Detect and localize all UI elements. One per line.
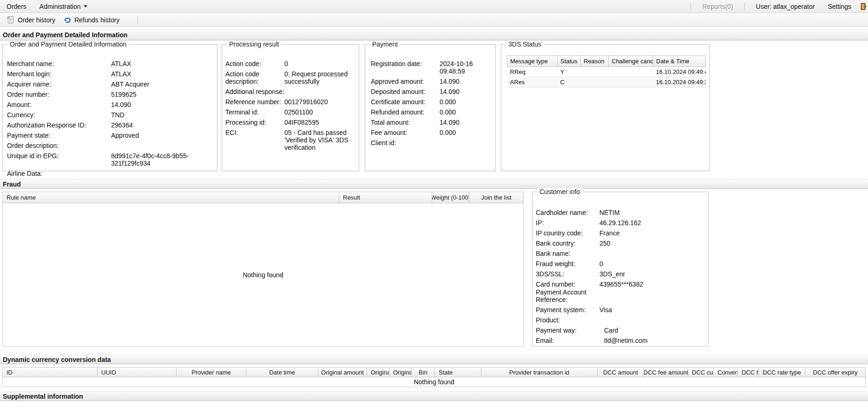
col-rule-name: Rule name [2, 192, 339, 203]
field-row: Client id: [371, 139, 493, 147]
col-conversion: Conversi [714, 367, 738, 377]
field-row: Fee amount:0.000 [371, 129, 493, 136]
order-history-button[interactable]: Order history [3, 14, 59, 26]
fraud-empty-body: Nothing found [2, 203, 524, 347]
fraud-empty-text: Nothing found [243, 271, 283, 279]
threeds-row[interactable]: ARes C 16.10.2024 09:49:30 [507, 77, 706, 87]
field-row: Acquirer name:ABT Acquirer [7, 80, 212, 88]
field-row: Refunded amount:0.000 [371, 108, 493, 116]
menu-orders[interactable]: Orders [0, 0, 33, 13]
field-row: Certificate amount:0.000 [371, 98, 493, 106]
field-row: ECI:05 - Card has passed 'Verified by VI… [225, 129, 355, 151]
threeds-table: Message type Status Reason Challenge can… [507, 55, 706, 87]
menu-administration-label: Administration [39, 3, 81, 10]
field-row: Terminal id:02501100 [225, 108, 355, 116]
field-row: Merchant login:ATLAX [7, 70, 212, 78]
field-row: Payment state:Approved [7, 132, 212, 139]
col-dcc-rate-type: DCC rate type [759, 367, 805, 377]
field-row: IP:46.29.126.162 [536, 219, 704, 227]
menu-bar: Orders Administration Reports(0) User: a… [0, 0, 868, 13]
col-date-time: Date & Time [653, 56, 706, 67]
logout-button[interactable] [858, 0, 868, 13]
field-row: Airline Data: [7, 170, 212, 177]
col-original-amount: Original amount [318, 367, 367, 377]
toolbar-separator [138, 16, 138, 24]
col-provider-transaction-id: Provider transaction id [481, 367, 598, 377]
col-provider-name: Provider name [177, 367, 246, 377]
col-reason: Reason [581, 56, 609, 67]
menu-settings[interactable]: Settings [821, 0, 858, 13]
col-result: Result [339, 192, 432, 203]
field-row: Order number:5199625 [7, 91, 212, 98]
col-challenge-cancel: Challenge cancel [609, 56, 653, 67]
dcc-empty-body: Nothing found [2, 377, 866, 387]
field-row: Fraud weight:0 [536, 260, 704, 268]
supplemental-section-band: Supplemental information [0, 391, 868, 401]
field-row: Processing id:04IF082595 [225, 119, 355, 126]
field-row: Registration date:2024-10-16 09:48:59 [371, 60, 493, 75]
menu-settings-label: Settings [828, 3, 851, 10]
field-row: Approved amount:14.090 [371, 78, 493, 85]
field-row: Action code description:0: Request proce… [225, 70, 355, 85]
field-row: Additional response: [225, 88, 355, 95]
col-date-time: Date time [246, 367, 318, 377]
customer-info-legend: Customer info [537, 188, 582, 195]
dcc-section-band: Dynamic currency conversion data [0, 354, 868, 364]
menu-reports[interactable]: Reports(0) [696, 0, 739, 13]
dcc-table-header: ID UUID Provider name Date time Original… [2, 367, 866, 377]
processing-result-fieldset: Processing result Action code:0 Action c… [222, 44, 359, 171]
current-user-label: User: atlax_operator [750, 0, 822, 13]
menu-separator [690, 3, 691, 10]
threeds-row[interactable]: RReq Y 16.10.2024 09:49:48 [507, 67, 706, 77]
field-row: Currency:TND [7, 111, 212, 119]
col-join-the-list: Join the list [469, 192, 524, 203]
field-row: Payment Account Reference: [536, 288, 704, 303]
field-row: Action code:0 [225, 60, 355, 67]
field-row: Payment system:Visa [536, 306, 704, 314]
col-dcc-amount: DCC amount [598, 367, 644, 377]
col-weight: Weight (0-100) [432, 192, 469, 203]
order-info-legend: Order and Payment Detailed Information [7, 40, 129, 48]
field-row: Card number:439655***6382 [536, 281, 704, 288]
fraud-section-title: Fraud [0, 181, 21, 188]
logout-door-icon [860, 3, 867, 10]
toolbar: Order history Refunds history [0, 13, 868, 27]
menu-administration[interactable]: Administration [33, 0, 94, 13]
threeds-status-legend: 3DS Status [506, 40, 544, 48]
refunds-history-button[interactable]: Refunds history [59, 14, 124, 26]
field-row: Merchant name:ATLAX [7, 60, 212, 67]
field-row: Product: [536, 316, 704, 324]
page-header-band: Order and Payment Detailed Information [0, 29, 868, 40]
col-id: ID [2, 367, 98, 377]
field-row: Reference number:001279916020 [225, 98, 355, 106]
customer-info-fieldset: Customer info Cardholder name:NETIM IP:4… [532, 192, 709, 347]
page-title: Order and Payment Detailed Information [0, 31, 127, 39]
supplemental-section-title: Supplemental information [0, 393, 83, 400]
fraud-section-band: Fraud [0, 179, 868, 189]
field-row: IP country code:France [536, 229, 704, 237]
field-row: Total amount:14.090 [371, 119, 493, 126]
order-history-label: Order history [18, 16, 55, 24]
col-uuid: UUID [98, 367, 177, 377]
col-dcc-fee: DCC fee [738, 367, 759, 377]
col-bin: Bin [412, 367, 435, 377]
menu-reports-label: Reports(0) [702, 3, 733, 10]
col-original-fee: Original f [367, 367, 389, 377]
field-row: Authorization Response ID:296364 [7, 121, 212, 129]
fraud-table-header: Rule name Result Weight (0-100) Join the… [2, 192, 524, 203]
field-row: Unique id in EPG:8d991c7e-4f0c-4cc8-9b55… [7, 152, 212, 167]
refunds-history-label: Refunds history [74, 16, 119, 24]
field-row: Payment way:Card [536, 327, 704, 334]
col-dcc-offer-expiry: DCC offer expiry [805, 367, 866, 377]
dcc-empty-text: Nothing found [414, 378, 454, 386]
order-history-icon [7, 16, 15, 24]
col-state: State [435, 367, 481, 377]
order-detail-page: Orders Administration Reports(0) User: a… [0, 0, 868, 408]
field-row: Amount:14.090 [7, 101, 212, 108]
field-row: Bank name: [536, 250, 704, 257]
col-dcc-fee-amount: DCC fee amount [644, 367, 688, 377]
field-row: Deposited amount:14.090 [371, 88, 493, 95]
dcc-section-title: Dynamic currency conversion data [0, 356, 111, 363]
processing-result-legend: Processing result [227, 40, 281, 48]
field-row: 3DS/SSL:3DS_enr [536, 270, 704, 278]
